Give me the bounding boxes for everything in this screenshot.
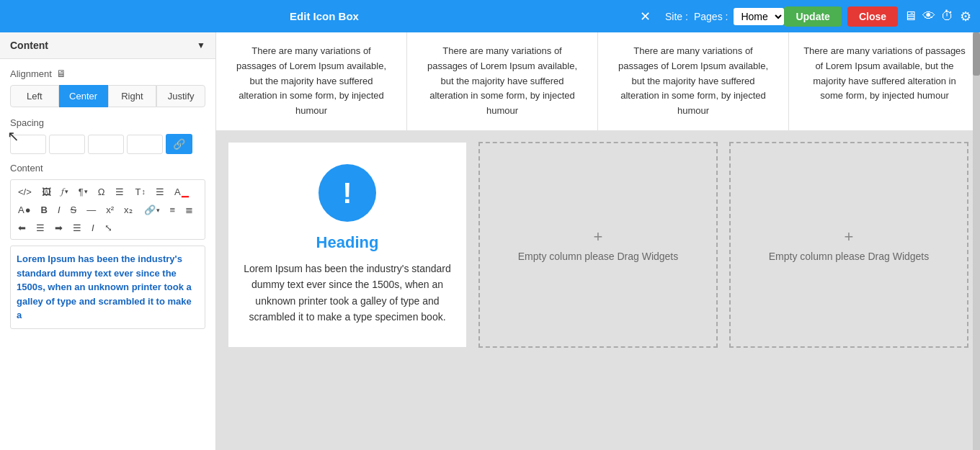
content-chevron-icon: ▼ bbox=[197, 40, 205, 50]
empty-column-2[interactable]: + Empty column please Drag Widgets bbox=[729, 142, 968, 348]
close-button[interactable]: Close bbox=[847, 6, 898, 27]
scroll-track[interactable] bbox=[973, 32, 980, 450]
content-editor-label: Content bbox=[10, 163, 205, 174]
text-size-btn[interactable]: T↕ bbox=[131, 183, 150, 200]
widget-text: Lorem Ipsum has been the industry's stan… bbox=[243, 261, 452, 325]
alignment-label: Alignment 🖥 bbox=[10, 68, 205, 79]
bold-btn[interactable]: B bbox=[37, 202, 52, 218]
align-center-editor-btn[interactable]: ☰ bbox=[32, 220, 49, 236]
spacing-bottom-input[interactable] bbox=[88, 135, 124, 154]
top-bar: Edit Icon Box ✕ Site : Pages : Home Upda… bbox=[0, 0, 980, 32]
spacing-link-button[interactable]: 🔗 bbox=[166, 134, 192, 154]
tree-icon[interactable]: ⚙ bbox=[960, 9, 971, 24]
page-select[interactable]: Home bbox=[734, 8, 784, 25]
editor-content-area[interactable]: Lorem Ipsum has been the industry's stan… bbox=[10, 246, 205, 329]
alignment-buttons: Left Center Right Justify bbox=[10, 85, 205, 107]
history-icon[interactable]: ⏱ bbox=[941, 9, 954, 24]
text-color-btn[interactable]: A▁ bbox=[170, 183, 193, 200]
spacing-top-input[interactable] bbox=[10, 135, 46, 154]
empty-column-label-2: Empty column please Drag Widgets bbox=[769, 251, 930, 262]
lorem-col-2: There are many variations of passages of… bbox=[407, 32, 598, 130]
ol-list-btn[interactable]: ≣ bbox=[181, 202, 197, 218]
update-button[interactable]: Update bbox=[784, 6, 841, 27]
editor-toolbar: </> 🖼 𝑓▾ ¶▾ Ω ☰ T↕ ☰ A▁ A● B I S — x² x₂… bbox=[10, 179, 205, 240]
right-content-area: There are many variations of passages of… bbox=[216, 32, 980, 450]
align-left-button[interactable]: Left bbox=[10, 85, 59, 107]
lorem-col-1: There are many variations of passages of… bbox=[216, 32, 407, 130]
main-layout: Content ▼ Alignment 🖥 Left Center Right … bbox=[0, 32, 980, 450]
align-center-button[interactable]: Center bbox=[59, 85, 108, 107]
italic3-btn[interactable]: I bbox=[87, 220, 99, 236]
spacing-left-input[interactable] bbox=[127, 135, 163, 154]
empty-column-1[interactable]: + Empty column please Drag Widgets bbox=[478, 142, 718, 348]
content-section-label: Content bbox=[10, 40, 48, 51]
eye-icon[interactable]: 👁 bbox=[922, 9, 935, 24]
site-label: Site : bbox=[665, 11, 688, 22]
superscript-btn[interactable]: x² bbox=[102, 202, 118, 218]
italic-btn[interactable]: I bbox=[53, 202, 65, 218]
ul-list-btn[interactable]: ≡ bbox=[166, 202, 180, 218]
subscript-btn[interactable]: x₂ bbox=[120, 202, 137, 218]
widget-area: ! Heading Lorem Ipsum has been the indus… bbox=[216, 130, 980, 359]
plus-icon-1: + bbox=[594, 228, 603, 246]
icon-box-widget[interactable]: ! Heading Lorem Ipsum has been the indus… bbox=[228, 142, 467, 348]
icon-circle: ! bbox=[318, 164, 376, 222]
font-btn[interactable]: 𝑓▾ bbox=[57, 183, 73, 200]
font-bg-btn[interactable]: A● bbox=[14, 202, 35, 218]
empty-column-label-1: Empty column please Drag Widgets bbox=[518, 251, 679, 262]
lorem-columns: There are many variations of passages of… bbox=[216, 32, 980, 130]
top-right-actions: Update Close 🖥 👁 ⏱ ⚙ bbox=[784, 6, 971, 27]
strikethrough-btn[interactable]: S bbox=[66, 202, 81, 218]
exclamation-icon: ! bbox=[342, 179, 352, 207]
plus-icon-2: + bbox=[845, 228, 854, 246]
format-btn[interactable]: ☰ bbox=[111, 183, 128, 200]
monitor-icon: 🖥 bbox=[56, 68, 66, 79]
site-nav: Site : Pages : Home bbox=[665, 8, 784, 25]
link-btn[interactable]: 🔗▾ bbox=[140, 202, 164, 218]
pages-label: Pages : bbox=[694, 11, 728, 22]
spacing-right-input[interactable] bbox=[49, 135, 85, 154]
lorem-col-4: There are many variations of passages of… bbox=[789, 32, 980, 130]
scroll-thumb[interactable] bbox=[973, 32, 980, 76]
align-right-editor-btn[interactable]: ➡ bbox=[50, 220, 67, 236]
panel-close-x-button[interactable]: ✕ bbox=[640, 9, 651, 24]
align-justify-editor-btn[interactable]: ☰ bbox=[68, 220, 86, 236]
list-indent-btn[interactable]: ☰ bbox=[151, 183, 169, 200]
align-justify-button[interactable]: Justify bbox=[156, 85, 205, 107]
left-panel: Content ▼ Alignment 🖥 Left Center Right … bbox=[0, 32, 216, 450]
source-btn[interactable]: </> bbox=[14, 183, 36, 200]
image-btn[interactable]: 🖼 bbox=[37, 183, 55, 200]
hr-btn[interactable]: — bbox=[82, 202, 100, 218]
paragraph-btn[interactable]: ¶▾ bbox=[74, 183, 92, 200]
panel-title: Edit Icon Box bbox=[9, 10, 640, 22]
special-char-btn[interactable]: Ω bbox=[94, 183, 110, 200]
desktop-icon[interactable]: 🖥 bbox=[904, 9, 917, 24]
spacing-label: Spacing bbox=[10, 117, 205, 128]
align-left-editor-btn[interactable]: ⬅ bbox=[14, 220, 30, 236]
align-right-button[interactable]: Right bbox=[108, 85, 157, 107]
fullscreen-btn[interactable]: ⤡ bbox=[100, 220, 117, 236]
spacing-inputs: 🔗 bbox=[10, 134, 205, 154]
widget-heading: Heading bbox=[243, 233, 452, 252]
lorem-col-3: There are many variations of passages of… bbox=[598, 32, 789, 130]
content-section-header[interactable]: Content ▼ bbox=[0, 32, 215, 59]
